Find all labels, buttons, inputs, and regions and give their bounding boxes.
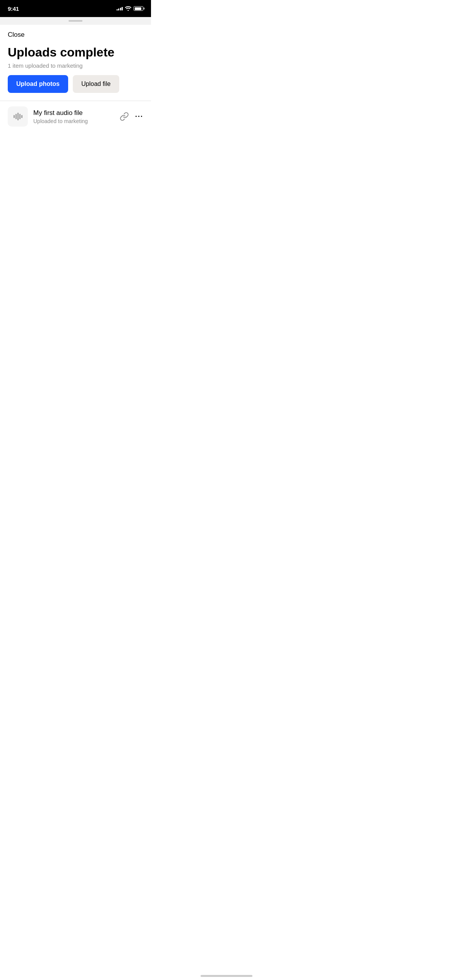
main-content: Close Uploads complete 1 item uploaded t…	[0, 25, 151, 132]
file-name: My first audio file	[33, 109, 114, 117]
table-row: My first audio file Uploaded to marketin…	[0, 101, 151, 132]
page-subtitle: 1 item uploaded to marketing	[8, 62, 143, 69]
file-icon	[8, 106, 28, 127]
close-section: Close	[0, 25, 151, 42]
signal-icon	[117, 7, 123, 10]
upload-file-button[interactable]: Upload file	[73, 75, 119, 93]
link-icon[interactable]	[120, 112, 129, 121]
sheet-pill	[69, 20, 82, 22]
sheet-handle-area	[0, 17, 151, 25]
file-status: Uploaded to marketing	[33, 118, 114, 124]
file-actions: ···	[120, 112, 143, 121]
battery-icon	[134, 6, 143, 11]
wifi-icon	[125, 6, 131, 11]
close-button[interactable]: Close	[8, 31, 24, 39]
title-section: Uploads complete 1 item uploaded to mark…	[0, 42, 151, 75]
status-time: 9:41	[8, 5, 19, 12]
file-list: My first audio file Uploaded to marketin…	[0, 101, 151, 132]
page-title: Uploads complete	[8, 46, 143, 59]
audio-waveform-icon	[14, 113, 22, 120]
status-bar: 9:41	[0, 0, 151, 17]
action-buttons: Upload photos Upload file	[0, 75, 151, 101]
file-info: My first audio file Uploaded to marketin…	[33, 109, 114, 124]
more-options-icon[interactable]: ···	[135, 113, 143, 121]
upload-photos-button[interactable]: Upload photos	[8, 75, 68, 93]
status-icons	[117, 6, 144, 11]
